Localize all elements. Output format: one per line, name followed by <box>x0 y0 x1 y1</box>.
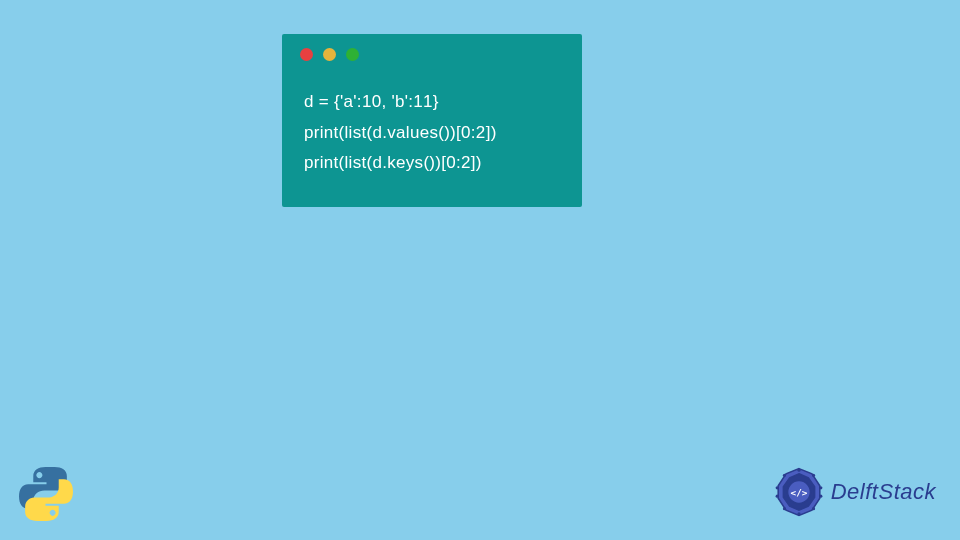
python-logo-icon <box>18 466 74 522</box>
svg-point-12 <box>775 486 778 489</box>
svg-point-10 <box>783 507 786 510</box>
minimize-dot-icon <box>323 48 336 61</box>
delftstack-text: DelftStack <box>831 479 936 505</box>
code-content: d = {'a':10, 'b':11} print(list(d.values… <box>282 61 582 187</box>
delftstack-badge-icon: </> <box>773 466 825 518</box>
svg-text:</>: </> <box>790 487 807 498</box>
svg-point-7 <box>819 495 822 498</box>
maximize-dot-icon <box>346 48 359 61</box>
close-dot-icon <box>300 48 313 61</box>
window-controls <box>282 34 582 61</box>
svg-point-8 <box>812 507 815 510</box>
code-line: print(list(d.values())[0:2]) <box>304 118 560 149</box>
delftstack-logo: </> DelftStack <box>773 466 936 518</box>
svg-point-4 <box>797 469 800 472</box>
svg-point-6 <box>819 486 822 489</box>
code-window: d = {'a':10, 'b':11} print(list(d.values… <box>282 34 582 207</box>
svg-point-11 <box>775 495 778 498</box>
svg-point-5 <box>812 474 815 477</box>
svg-point-13 <box>783 474 786 477</box>
code-line: print(list(d.keys())[0:2]) <box>304 148 560 179</box>
code-line: d = {'a':10, 'b':11} <box>304 87 560 118</box>
svg-point-9 <box>797 512 800 515</box>
